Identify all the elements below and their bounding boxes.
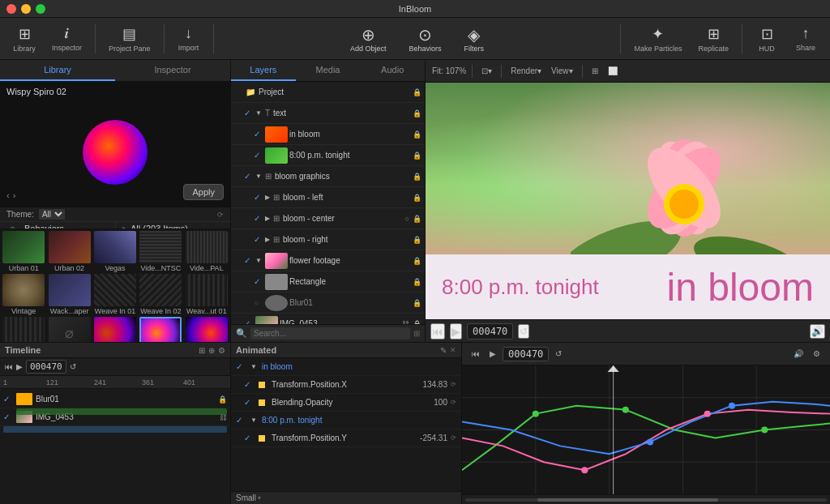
add-object-button[interactable]: ⊕ Add Object bbox=[342, 22, 395, 56]
zoom-select[interactable]: ⊡▾ bbox=[478, 65, 495, 77]
tab-layers[interactable]: Layers bbox=[231, 60, 296, 81]
make-particles-button[interactable]: ✦ Make Particles bbox=[627, 22, 688, 56]
timeline-settings-icon[interactable]: ⚙ bbox=[218, 346, 225, 355]
behaviors-button[interactable]: ⊙ Behaviors bbox=[401, 22, 450, 56]
layer-search-input[interactable] bbox=[250, 327, 410, 340]
layer-blur01[interactable]: ○ Blur01 🔒 bbox=[231, 293, 425, 314]
prev-arrow[interactable]: ‹ bbox=[6, 190, 10, 200]
toolbar-separator2 bbox=[164, 24, 165, 53]
volume-button[interactable]: 🔊 bbox=[810, 324, 825, 339]
kf-volume[interactable]: 🔊 bbox=[790, 348, 806, 360]
layer-bloom-right[interactable]: ✓ ▶ ⊞ bloom - right 🔒 bbox=[231, 229, 425, 250]
thumb-weave2[interactable]: Weave In 02 bbox=[139, 274, 182, 315]
layer-img0453[interactable]: ✓ IMG_0453 ⛓ 🔒 bbox=[231, 314, 425, 324]
thumb-weaveout1[interactable]: Weav...ut 01 bbox=[185, 274, 229, 315]
theme-select[interactable]: All bbox=[39, 209, 65, 220]
svg-point-20 bbox=[704, 411, 711, 417]
view-button[interactable]: View▾ bbox=[548, 65, 576, 77]
preview-area: Wispy Spiro 02 ‹ › Apply bbox=[0, 82, 230, 207]
layer-rectangle[interactable]: ✓ Rectangle 🔒 bbox=[231, 271, 425, 293]
aspect-button[interactable]: ⬜ bbox=[605, 65, 621, 77]
tab-audio[interactable]: Audio bbox=[360, 60, 425, 81]
tl-skip-back[interactable]: ⏮ bbox=[5, 362, 13, 371]
anim-opacity[interactable]: ✓ Blending.Opacity 100 ⟳ bbox=[231, 394, 461, 412]
bloom-lock-icon: 🔒 bbox=[413, 130, 421, 139]
tl-play[interactable]: ▶ bbox=[16, 362, 23, 371]
thumb-urban02[interactable]: Urban 02 bbox=[47, 231, 91, 272]
tab-library[interactable]: Library bbox=[0, 60, 115, 81]
maximize-button[interactable] bbox=[36, 4, 45, 14]
inspector-button[interactable]: 𝒊 Inspector bbox=[45, 22, 88, 55]
project-pane-button[interactable]: ▤ Project Pane bbox=[102, 22, 157, 56]
layer-in-bloom[interactable]: ✓ in bloom 🔒 bbox=[231, 124, 425, 145]
layer-bloom-graphics[interactable]: ✓ ▼ ⊞ bloom graphics 🔒 bbox=[231, 166, 425, 187]
tl-timecode: 000470 bbox=[26, 360, 66, 374]
share-button[interactable]: ↑ Share bbox=[788, 22, 824, 55]
animated-close-icon[interactable]: ✕ bbox=[450, 346, 456, 354]
rect-lock-icon: 🔒 bbox=[413, 278, 421, 286]
tab-inspector[interactable]: Inspector bbox=[115, 60, 230, 81]
tab-media[interactable]: Media bbox=[296, 60, 361, 81]
kf-loop[interactable]: ↺ bbox=[552, 348, 565, 360]
thumb-vintage[interactable]: Vintage bbox=[2, 274, 45, 315]
close-button[interactable] bbox=[6, 4, 16, 14]
thumb-weaveout2[interactable]: Weav...ut 02 bbox=[2, 317, 45, 342]
grid-view-icon[interactable]: ⊞ bbox=[413, 329, 420, 338]
replicate-icon: ⊞ bbox=[708, 25, 720, 43]
timeline-grid-icon[interactable]: ⊞ bbox=[199, 346, 205, 355]
next-arrow[interactable]: › bbox=[13, 190, 16, 200]
layer-flower-footage[interactable]: ✓ ▼ flower footage 🔒 bbox=[231, 250, 425, 271]
layer-bloom-center[interactable]: ✓ ▶ ⊞ bloom - center ○ 🔒 bbox=[231, 208, 425, 229]
window-controls[interactable] bbox=[6, 4, 45, 14]
refresh-icon[interactable]: ⟳ bbox=[217, 211, 224, 219]
tl-thumb-blur01 bbox=[16, 393, 32, 405]
thumb-wispy01[interactable]: Wisp...iro 01 bbox=[93, 317, 137, 342]
grid-button[interactable]: ⊞ bbox=[588, 65, 601, 77]
library-item-behaviors[interactable]: ○ Behaviors bbox=[0, 222, 115, 229]
timeline-add-icon[interactable]: ⊕ bbox=[208, 346, 215, 355]
anim-position-y[interactable]: ✓ Transform.Position.Y -254.31 ⟳ bbox=[231, 429, 461, 447]
thumb-wispy02[interactable]: Wisp...iro 02 bbox=[139, 317, 182, 342]
layer-text-group[interactable]: ✓ ▼ T text 🔒 bbox=[231, 103, 425, 124]
thumb-weave1[interactable]: Weave In 01 bbox=[93, 274, 137, 315]
skip-back-button[interactable]: ⏮ bbox=[430, 323, 445, 340]
kf-skip-back[interactable]: ⏮ bbox=[468, 348, 483, 360]
minimize-button[interactable] bbox=[21, 4, 31, 14]
keyframe-toolbar: ⏮ ▶ 000470 ↺ 🔊 ⚙ bbox=[462, 343, 830, 365]
hud-icon: ⊡ bbox=[761, 25, 773, 43]
filters-button[interactable]: ◈ Filters bbox=[456, 22, 493, 56]
anim-in-bloom-group[interactable]: ✓ ▼ in bloom bbox=[231, 358, 461, 376]
thumb-wireframe[interactable]: ⌀ Wiref...ntour bbox=[47, 317, 91, 342]
kf-settings[interactable]: ⚙ bbox=[810, 348, 824, 360]
layer-bloom-left[interactable]: ✓ ▶ ⊞ bloom - left 🔒 bbox=[231, 187, 425, 208]
import-button[interactable]: ↓ Import bbox=[171, 22, 207, 55]
bloom-left-group-icon: ⊞ bbox=[273, 193, 280, 202]
kf-scroll-track[interactable] bbox=[465, 498, 827, 502]
tl-loop[interactable]: ↺ bbox=[70, 362, 76, 371]
thumb-wack[interactable]: Wack...aper bbox=[47, 274, 91, 315]
library-button[interactable]: ⊞ Library bbox=[6, 22, 42, 56]
thumb-vegas[interactable]: Vegas bbox=[93, 231, 137, 272]
anim-position-x[interactable]: ✓ Transform.Position.X 134.83 ⟳ bbox=[231, 376, 461, 394]
svg-point-8 bbox=[670, 190, 699, 219]
thumb-pal[interactable]: Vide...PAL bbox=[185, 231, 229, 272]
thumb-urban01[interactable]: Urban 01 bbox=[2, 231, 45, 272]
sub-item-all[interactable]: ▶ All (203 Items) bbox=[116, 222, 230, 229]
kf-play[interactable]: ▶ bbox=[486, 348, 499, 360]
replicate-button[interactable]: ⊞ Replicate bbox=[691, 22, 735, 56]
play-button[interactable]: ▶ bbox=[450, 323, 462, 340]
animated-content: ✓ ▼ in bloom ✓ Transform.Position.X 134.… bbox=[231, 358, 461, 491]
render-button[interactable]: Render▾ bbox=[507, 65, 545, 77]
thumb-ntsc[interactable]: Vide...NTSC bbox=[139, 231, 182, 272]
video-top bbox=[426, 83, 830, 254]
apply-button[interactable]: Apply bbox=[183, 184, 224, 200]
animated-edit-icon[interactable]: ✎ bbox=[440, 346, 447, 355]
tl-row-blur01[interactable]: ✓ Blur01 🔒 bbox=[0, 391, 230, 408]
loop-button[interactable]: ↺ bbox=[518, 324, 529, 339]
hud-button[interactable]: ⊡ HUD bbox=[749, 22, 785, 56]
layer-8pm-tonight[interactable]: ✓ 8:00 p.m. tonight 🔒 bbox=[231, 145, 425, 166]
layer-project[interactable]: 📁 Project 🔒 bbox=[231, 82, 425, 103]
thumb-wispy03[interactable]: Wisp...iro 03 bbox=[185, 317, 229, 342]
anim-expand2: ▼ bbox=[250, 416, 257, 424]
anim-8pm-group[interactable]: ✓ ▼ 8:00 p.m. tonight bbox=[231, 412, 461, 429]
